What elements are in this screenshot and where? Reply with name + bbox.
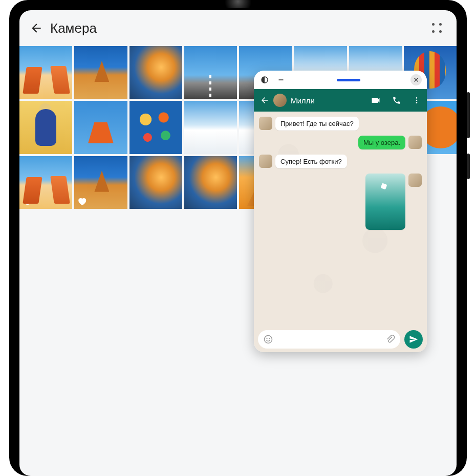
voice-call-icon[interactable] <box>392 96 401 105</box>
chat-floating-window[interactable]: Милли Привет! Где ты сейчас?Мы у озера.С… <box>254 71 427 352</box>
favorite-icon[interactable] <box>23 197 32 206</box>
contact-avatar[interactable] <box>273 94 287 107</box>
chat-input-bar <box>254 327 427 352</box>
window-opacity-icon[interactable] <box>259 74 270 85</box>
screen: Камера <box>19 10 457 476</box>
gallery-thumb-travel-flatlay[interactable] <box>129 101 182 154</box>
gallery-thumb-desert-rock-2[interactable] <box>74 156 127 209</box>
chat-back-icon[interactable] <box>260 96 269 105</box>
message-bubble[interactable]: Привет! Где ты сейчас? <box>275 117 359 131</box>
gallery-thumb-sea-lantern-3[interactable] <box>184 156 237 209</box>
gallery-thumb-beach-chairs[interactable] <box>19 46 72 99</box>
message-image[interactable] <box>365 174 405 230</box>
message-bubble[interactable]: Супер! Есть фотки? <box>275 155 347 168</box>
gallery-title: Камера <box>50 20 97 36</box>
back-icon[interactable] <box>30 21 43 35</box>
svg-point-7 <box>269 338 270 339</box>
chat-text-input[interactable] <box>258 330 400 349</box>
window-drag-handle[interactable] <box>337 79 360 81</box>
gallery-thumb-sea-lantern-2[interactable] <box>129 156 182 209</box>
favorite-icon[interactable] <box>77 197 86 206</box>
gallery-thumb-sea-lantern[interactable] <box>129 46 182 99</box>
side-button-power[interactable] <box>467 154 470 179</box>
svg-point-6 <box>266 338 267 339</box>
emoji-icon[interactable] <box>263 334 273 344</box>
gallery-thumb-road[interactable] <box>184 46 237 99</box>
side-button-volume[interactable] <box>467 92 470 138</box>
gallery-thumb-desert-rock[interactable] <box>74 46 127 99</box>
message-avatar <box>408 136 422 149</box>
window-minimize-icon[interactable] <box>275 74 287 85</box>
svg-point-3 <box>416 100 418 101</box>
send-button[interactable] <box>404 330 423 349</box>
message-avatar <box>259 117 272 130</box>
contact-name[interactable]: Милли <box>291 96 366 105</box>
video-call-icon[interactable] <box>371 95 381 105</box>
svg-rect-1 <box>278 79 283 80</box>
chat-window-titlebar[interactable] <box>254 71 427 89</box>
gallery-thumb-woman-field[interactable] <box>19 101 72 154</box>
message-row: Супер! Есть фотки? <box>259 155 422 168</box>
device-frame: Камера <box>9 0 467 476</box>
svg-point-2 <box>416 97 418 99</box>
message-row <box>259 174 422 230</box>
message-row: Привет! Где ты сейчас? <box>259 117 422 131</box>
message-row: Мы у озера. <box>259 136 422 149</box>
menu-dots-icon[interactable] <box>432 23 442 33</box>
message-avatar <box>408 174 422 187</box>
chat-menu-icon[interactable] <box>413 96 421 104</box>
gallery-thumb-snow-2[interactable] <box>184 101 237 154</box>
svg-point-4 <box>416 102 418 103</box>
chat-header: Милли <box>254 89 427 112</box>
message-bubble[interactable]: Мы у озера. <box>358 136 405 149</box>
svg-point-5 <box>265 336 272 343</box>
window-close-icon[interactable] <box>410 74 422 85</box>
attach-icon[interactable] <box>385 334 395 344</box>
device-hinge-top <box>220 0 256 8</box>
chat-body[interactable]: Привет! Где ты сейчас?Мы у озера.Супер! … <box>254 112 427 327</box>
gallery-thumb-beach-chairs-2[interactable] <box>19 156 72 209</box>
gallery-header: Камера <box>19 10 457 46</box>
gallery-thumb-paper-boat[interactable] <box>74 101 127 154</box>
message-avatar <box>259 155 272 168</box>
